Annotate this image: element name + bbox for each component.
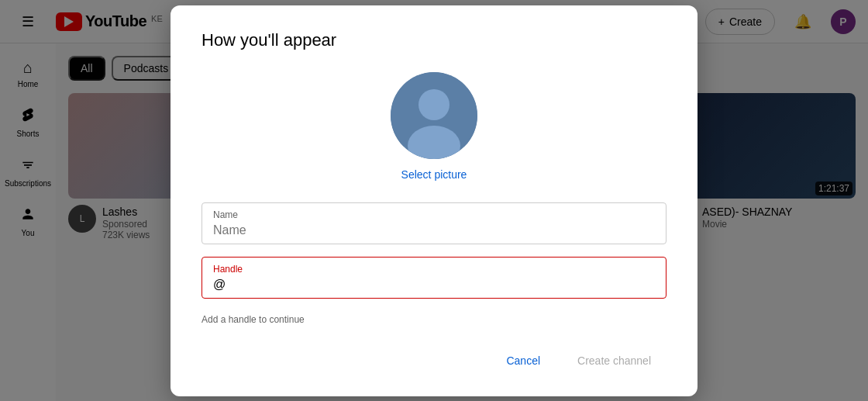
modal-backdrop: How you'll appear Select picture Name Ha… [0, 0, 868, 401]
modal-footer: Cancel Create channel [202, 347, 666, 375]
select-picture-button[interactable]: Select picture [401, 168, 467, 181]
handle-input[interactable] [227, 278, 655, 292]
svg-point-1 [418, 89, 450, 120]
name-input-wrap: Name [202, 202, 666, 244]
hint-text: Add a handle to continue [202, 314, 666, 325]
handle-label: Handle [213, 264, 655, 275]
form-section: Name Handle @ Add a handle to continue [202, 202, 666, 325]
name-label: Name [213, 209, 655, 220]
handle-prefix: @ [213, 278, 226, 292]
avatar-section: Select picture [202, 72, 666, 181]
cancel-button[interactable]: Cancel [491, 347, 556, 375]
name-input[interactable] [213, 223, 655, 237]
avatar-svg [391, 72, 477, 159]
create-channel-button[interactable]: Create channel [562, 347, 666, 375]
avatar-large [391, 72, 477, 159]
handle-input-wrap: Handle @ [202, 257, 666, 299]
modal-dialog: How you'll appear Select picture Name Ha… [170, 5, 698, 396]
handle-row: @ [213, 278, 655, 292]
modal-title: How you'll appear [202, 30, 666, 50]
